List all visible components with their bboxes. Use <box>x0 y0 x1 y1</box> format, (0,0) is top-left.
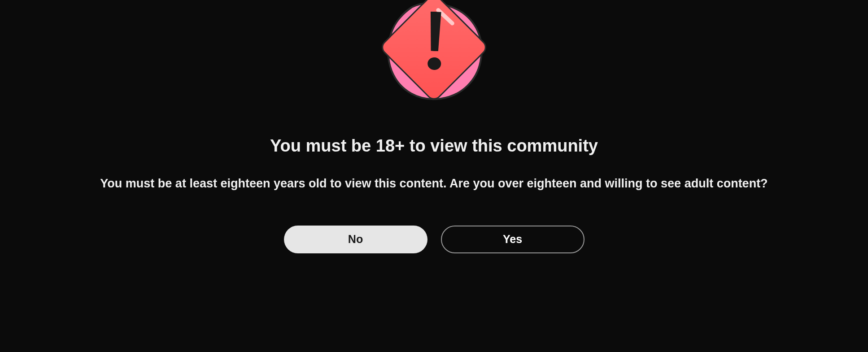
button-row: No Yes <box>284 226 584 253</box>
warning-icon <box>376 0 493 108</box>
dialog-subtitle: You must be at least eighteen years old … <box>100 175 768 192</box>
no-button[interactable]: No <box>284 226 427 253</box>
exclamation-icon <box>425 11 444 70</box>
dialog-title: You must be 18+ to view this community <box>270 136 598 156</box>
age-gate-dialog: You must be 18+ to view this community Y… <box>0 0 868 253</box>
yes-button[interactable]: Yes <box>441 226 584 253</box>
